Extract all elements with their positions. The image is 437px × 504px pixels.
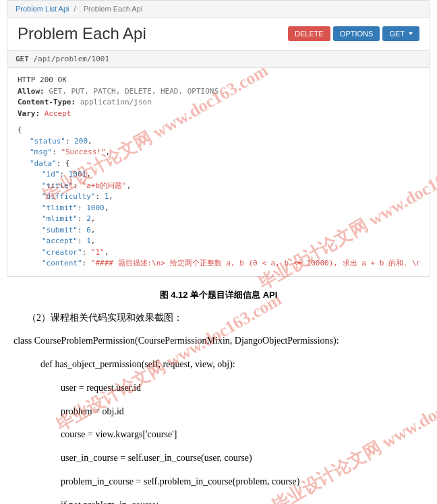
delete-button[interactable]: DELETE	[288, 26, 330, 41]
chevron-down-icon	[409, 32, 413, 35]
code-line: if not problem_in_course:	[13, 495, 424, 504]
breadcrumb-current: Problem Each Api	[84, 5, 142, 13]
code-line: user_in_course = self.user_in_course(use…	[13, 448, 424, 469]
json-mlimit-key: "mlimit"	[42, 214, 78, 223]
get-button-label: GET	[389, 30, 405, 38]
api-panel: Problem List Api / Problem Each Api Prob…	[7, 0, 430, 277]
json-status-key: "status"	[30, 137, 65, 146]
json-content-key: "content"	[42, 259, 82, 267]
json-msg-val: "Success!"	[61, 148, 105, 156]
code-line: class CourseProblemPermission(CoursePerm…	[13, 331, 424, 352]
json-creator-val: "1"	[91, 248, 105, 257]
code-line: def has_object_permission(self, request,…	[13, 354, 424, 375]
ctype-value: application/json	[80, 98, 152, 106]
vary-key: Vary:	[18, 109, 40, 118]
breadcrumb-link[interactable]: Problem List Api	[16, 5, 69, 13]
page-title: Problem Each Api	[18, 24, 146, 43]
allow-value: GET, PUT, PATCH, DELETE, HEAD, OPTIONS	[49, 87, 218, 96]
get-button[interactable]: GET	[382, 26, 419, 41]
header-row: Problem Each Api DELETE OPTIONS GET	[7, 18, 430, 50]
json-diff-val: 1	[105, 192, 109, 201]
json-tlimit-val: 1000	[86, 203, 105, 212]
json-msg-key: "msg"	[30, 148, 52, 156]
code-line: problem = obj.id	[13, 402, 424, 422]
figure-caption: 图 4.12 单个题目详细信息 API	[0, 277, 437, 308]
json-diff-key: "difficulty"	[42, 192, 95, 201]
http-status: HTTP 200 OK	[18, 75, 419, 86]
json-title-key: "title"	[42, 181, 73, 190]
json-body: { "status": 200, "msg": "Success!", "dat…	[18, 125, 419, 270]
request-path: /api/problem/1001	[34, 55, 110, 63]
code-line: user = request.user.id	[13, 378, 424, 399]
code-line: course = view.kwargs['course']	[13, 424, 424, 445]
button-group: DELETE OPTIONS GET	[288, 26, 419, 41]
json-content-val: "#### 题目描述:\n> 给定两个正整数 a, b (0 < a, b <=…	[91, 259, 419, 267]
json-accept-key: "accept"	[42, 237, 78, 245]
json-creator-key: "creator"	[42, 248, 82, 257]
json-submit-val: 0	[86, 226, 91, 234]
json-submit-key: "submit"	[42, 226, 78, 234]
vary-value: Accept	[45, 109, 71, 118]
json-title-val: "a+b的问题"	[82, 181, 127, 190]
breadcrumb: Problem List Api / Problem Each Api	[7, 1, 430, 18]
options-button[interactable]: OPTIONS	[333, 26, 380, 41]
code-section: （2）课程相关代码实现和效果截图： class CourseProblemPer…	[0, 308, 437, 505]
json-id-val: 1001	[69, 170, 87, 179]
request-line: GET /api/problem/1001	[7, 50, 430, 68]
allow-key: Allow:	[18, 87, 45, 96]
request-method: GET	[16, 55, 29, 63]
json-status-val: 200	[74, 137, 88, 146]
json-data-key: "data"	[30, 159, 57, 168]
section-label: （2）课程相关代码实现和效果截图：	[13, 308, 424, 329]
json-mlimit-val: 2	[86, 214, 91, 223]
json-id-key: "id"	[42, 170, 60, 179]
response-area: HTTP 200 OK Allow: GET, PUT, PATCH, DELE…	[7, 68, 430, 276]
json-tlimit-key: "tlimit"	[42, 203, 78, 212]
ctype-key: Content-Type:	[18, 98, 76, 106]
code-line: problem_in_course = self.problem_in_cour…	[13, 472, 424, 493]
json-accept-val: 1	[86, 237, 91, 245]
breadcrumb-separator: /	[74, 5, 76, 13]
